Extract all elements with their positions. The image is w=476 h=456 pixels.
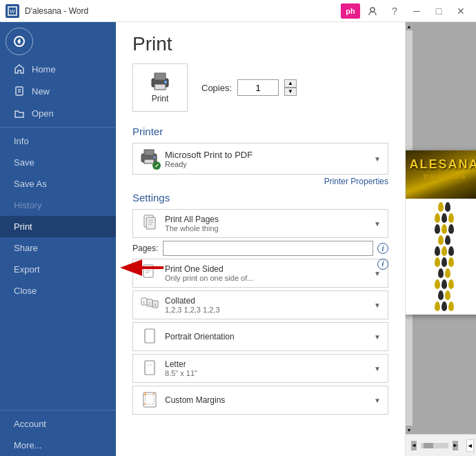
restore-button[interactable]: □	[429, 1, 448, 21]
leaf-row-10	[435, 301, 454, 311]
pages-range-sub: The whole thing	[165, 224, 368, 232]
pages-info-icon[interactable]: i	[377, 243, 388, 254]
duplex-text: Print One Sided Only print on one side o…	[165, 264, 368, 282]
setting-duplex[interactable]: Print One Sided Only print on one side o…	[132, 259, 388, 288]
printer-section-title: Printer	[132, 126, 388, 137]
pages-range-text: Print All Pages The whole thing	[165, 215, 368, 232]
copies-input[interactable]	[237, 79, 279, 96]
sidebar-item-more[interactable]: More...	[0, 435, 116, 456]
sidebar-item-open[interactable]: Open	[0, 102, 116, 124]
new-icon	[14, 86, 25, 97]
settings-section-title: Settings	[132, 192, 388, 204]
scroll-right-btn[interactable]: ►	[453, 441, 458, 450]
leaf-11	[435, 246, 440, 256]
preview-area: ▲ ▼ ALESANA D'ALESANA'S	[406, 22, 476, 456]
sidebar-item-save[interactable]: Save	[0, 152, 116, 173]
preview-text2: D'ALESANA'S	[406, 173, 476, 180]
leaf-23	[445, 290, 450, 300]
printer-icon-container	[140, 149, 159, 168]
app-icon: W	[6, 4, 19, 18]
sidebar-divider-2	[0, 410, 116, 410]
h-scrollbar-track	[421, 443, 448, 448]
sidebar-label-history: History	[14, 200, 41, 210]
sidebar-item-close[interactable]: Close	[0, 280, 116, 301]
printer-ready-badge	[152, 161, 161, 170]
sidebar-label-more: More...	[14, 440, 41, 450]
minimize-button[interactable]: ─	[407, 1, 426, 21]
sidebar-item-export[interactable]: Export	[0, 259, 116, 280]
setting-paper-size[interactable]: Letter 8.5" x 11" ▼	[132, 354, 388, 383]
close-button[interactable]: ✕	[451, 1, 470, 21]
sidebar-item-saveas[interactable]: Save As	[0, 173, 116, 195]
help-button[interactable]: ?	[385, 1, 404, 21]
page-prev-btn[interactable]: ◄	[466, 439, 474, 452]
duplex-title: Print One Sided	[165, 264, 368, 274]
print-panel: Print Print Copies:	[116, 22, 406, 456]
preview-text1: ALESANA	[406, 157, 476, 172]
scroll-up-arrow[interactable]: ▲	[406, 22, 413, 30]
svg-rect-18	[143, 265, 153, 277]
sidebar-label-export: Export	[14, 264, 40, 275]
leaf-row-7	[438, 268, 450, 278]
printer-selector[interactable]: Microsoft Print to PDF Ready ▼	[132, 143, 388, 175]
paper-size-sub: 8.5" x 11"	[165, 369, 368, 377]
leaf-row-6	[435, 257, 454, 267]
collation-title: Collated	[165, 296, 368, 306]
setting-pages-range[interactable]: Print All Pages The whole thing ▼	[132, 209, 388, 238]
printer-properties-link[interactable]: Printer Properties	[132, 177, 388, 186]
leaf-17	[438, 268, 444, 278]
copies-increment[interactable]: ▲	[284, 79, 297, 88]
leaf-2	[445, 202, 450, 212]
print-button[interactable]: Print	[132, 63, 188, 112]
printer-info-icon[interactable]: i	[377, 259, 388, 270]
duplex-icon	[140, 264, 159, 283]
duplex-svg-icon	[142, 264, 157, 282]
leaf-7	[442, 224, 447, 234]
collation-arrow: ▼	[374, 301, 381, 309]
sidebar-label-new: New	[32, 86, 50, 97]
sidebar-item-new[interactable]: New	[0, 80, 116, 102]
svg-rect-29	[145, 361, 155, 375]
pages-range-icon	[140, 214, 159, 233]
sidebar-label-home: Home	[32, 64, 56, 75]
scroll-down-arrow[interactable]: ▼	[406, 426, 413, 434]
leaf-12	[442, 246, 447, 256]
copies-spinner: ▲ ▼	[284, 79, 297, 96]
scroll-left-btn[interactable]: ◄	[411, 441, 417, 450]
margins-arrow: ▼	[374, 397, 381, 404]
collation-svg-icon: 1 2 3	[141, 297, 159, 313]
sidebar-item-print[interactable]: Print	[0, 216, 116, 237]
leaf-10	[445, 235, 450, 245]
leaf-row-8	[435, 279, 454, 289]
copies-label: Copies:	[201, 83, 232, 93]
back-button[interactable]	[6, 28, 33, 55]
printer-section: Microsoft Print to PDF Ready ▼ Printer P…	[132, 143, 388, 186]
sidebar-item-share[interactable]: Share	[0, 237, 116, 259]
setting-orientation[interactable]: Portrait Orientation ▼	[132, 322, 388, 351]
paper-size-text: Letter 8.5" x 11"	[165, 359, 368, 377]
copies-decrement[interactable]: ▼	[284, 88, 297, 96]
sidebar-label-print: Print	[14, 221, 32, 232]
preview-leaves	[406, 199, 476, 315]
leaf-3	[435, 213, 440, 223]
open-icon	[14, 108, 25, 119]
sidebar-divider-1	[0, 127, 116, 128]
sidebar-item-info[interactable]: Info	[0, 130, 116, 152]
leaf-row-4	[438, 235, 450, 245]
pages-input[interactable]	[163, 241, 373, 256]
sidebar-label-close: Close	[14, 286, 37, 296]
orientation-text: Portrait Orientation	[165, 332, 368, 341]
leaf-row-2	[435, 213, 454, 223]
person-icon[interactable]	[363, 1, 382, 21]
leaf-4	[442, 213, 447, 223]
orientation-arrow: ▼	[374, 333, 381, 341]
svg-point-2	[370, 8, 375, 12]
print-button-row: Print Copies: ▲ ▼	[116, 63, 405, 120]
sidebar-item-home[interactable]: Home	[0, 58, 116, 80]
sidebar-item-account[interactable]: Account	[0, 413, 116, 435]
setting-collation[interactable]: 1 2 3 Collated 1,2,3 1,2,3 1,2,3 ▼	[132, 290, 388, 319]
pages-label: Pages:	[132, 244, 159, 253]
setting-margins[interactable]: Custom Margins ▼	[132, 386, 388, 415]
title-bar: W D'alesana - Word ph ? ─ □ ✕	[0, 0, 476, 22]
sidebar-label-open: Open	[32, 108, 54, 119]
